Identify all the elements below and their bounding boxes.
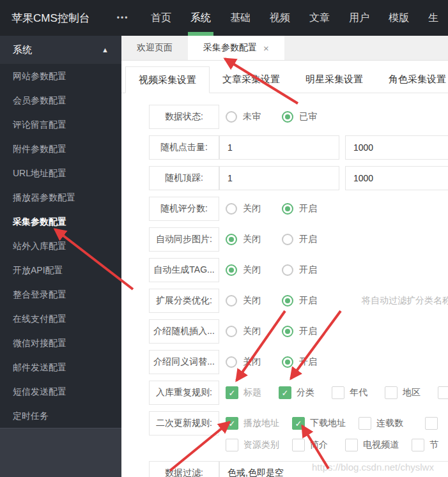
sidebar: 系统 ▲ 网站参数配置会员参数配置评论留言配置附件参数配置URL地址配置播放器参… — [0, 36, 121, 477]
radio-icon[interactable] — [226, 111, 237, 123]
tab-label: 采集参数配置 — [203, 42, 257, 54]
radio-icon[interactable] — [282, 264, 293, 276]
checkbox-option[interactable] — [438, 386, 448, 399]
radio-option[interactable]: 关闭 — [226, 234, 261, 245]
subtab[interactable]: 文章采集设置 — [210, 66, 293, 93]
radio-icon[interactable] — [282, 234, 293, 245]
nav-item[interactable]: 模版 — [379, 0, 419, 36]
nav-item[interactable]: 文章 — [300, 0, 339, 36]
sidebar-item[interactable]: 短信发送配置 — [0, 379, 121, 404]
radio-option-label: 关闭 — [243, 264, 261, 276]
radio-icon[interactable] — [226, 295, 237, 307]
checkbox-icon[interactable] — [438, 386, 448, 399]
subtab[interactable]: 明星采集设置 — [293, 66, 376, 93]
tab[interactable]: 欢迎页面 — [121, 36, 188, 60]
checkbox-icon[interactable] — [226, 439, 238, 451]
menu-dots-icon[interactable]: ••• — [111, 13, 135, 22]
sidebar-item[interactable]: 播放器参数配置 — [0, 185, 121, 209]
checkbox-option[interactable]: 节 — [412, 439, 438, 451]
radio-icon[interactable] — [282, 326, 293, 337]
radio-option-label: 开启 — [299, 295, 317, 307]
checkbox-icon[interactable] — [359, 417, 371, 430]
min-value-input[interactable]: 1 — [219, 166, 339, 190]
sidebar-item[interactable]: 评论留言配置 — [0, 112, 121, 137]
radio-option[interactable]: 开启 — [282, 326, 317, 337]
radio-option-label: 未审 — [243, 111, 261, 123]
sidebar-item[interactable]: 附件参数配置 — [0, 137, 121, 161]
sidebar-item[interactable]: URL地址配置 — [0, 161, 121, 185]
checkbox-option[interactable]: 标题 — [226, 386, 261, 399]
checkbox-option[interactable]: 电视频道 — [345, 439, 399, 451]
radio-icon[interactable] — [282, 203, 293, 215]
radio-icon[interactable] — [226, 234, 237, 245]
field-label: 随机评分数: — [149, 197, 219, 221]
checkbox-icon[interactable] — [412, 439, 424, 451]
form-row: 自动生成TAG...关闭开启 — [149, 258, 448, 282]
radio-icon[interactable] — [226, 326, 237, 337]
sidebar-item[interactable]: 整合登录配置 — [0, 282, 121, 307]
radio-option[interactable]: 已审 — [282, 111, 317, 123]
radio-group: 关闭开启 — [219, 258, 338, 282]
checkbox-option[interactable]: 年代 — [332, 386, 367, 399]
checkbox-icon[interactable] — [279, 386, 291, 399]
radio-option[interactable]: 关闭 — [226, 203, 261, 215]
sidebar-item[interactable]: 站外入库配置 — [0, 234, 121, 258]
sidebar-item[interactable]: 在线支付配置 — [0, 307, 121, 331]
subtab[interactable]: 角色采集设置 — [376, 66, 448, 93]
nav-item[interactable]: 系统 — [181, 0, 220, 36]
checkbox-icon[interactable] — [425, 417, 438, 430]
checkbox-option[interactable]: 播放地址 — [226, 417, 279, 430]
checkbox-icon[interactable] — [292, 439, 305, 451]
sidebar-item[interactable]: 微信对接配置 — [0, 331, 121, 355]
checkbox-icon[interactable] — [292, 417, 305, 430]
checkbox-icon[interactable] — [226, 417, 238, 430]
radio-icon[interactable] — [282, 295, 293, 307]
checkbox-option[interactable]: 资源类别 — [226, 439, 279, 451]
radio-option[interactable]: 关闭 — [226, 295, 261, 307]
radio-icon[interactable] — [282, 111, 293, 123]
checkbox-option[interactable]: 下载地址 — [292, 417, 346, 430]
checkbox-option[interactable] — [425, 417, 438, 430]
checkbox-label: 播放地址 — [243, 418, 279, 429]
checkbox-icon[interactable] — [332, 386, 344, 399]
checkbox-option[interactable]: 分类 — [279, 386, 314, 399]
checkbox-icon[interactable] — [385, 386, 398, 399]
sidebar-item[interactable]: 定时任务 — [0, 404, 121, 428]
checkbox-icon[interactable] — [226, 386, 238, 399]
nav-item[interactable]: 视频 — [260, 0, 300, 36]
radio-option[interactable]: 关闭 — [226, 264, 261, 276]
sidebar-item[interactable]: 邮件发送配置 — [0, 355, 121, 379]
max-value-input[interactable]: 1000 — [345, 166, 448, 190]
max-value-input[interactable]: 1000 — [345, 135, 448, 160]
nav-item[interactable]: 首页 — [141, 0, 181, 36]
tab-close-icon[interactable]: × — [263, 43, 269, 54]
checkbox-icon[interactable] — [345, 439, 358, 451]
radio-option[interactable]: 关闭 — [226, 356, 261, 368]
sidebar-item[interactable]: 会员参数配置 — [0, 88, 121, 112]
radio-option[interactable]: 未审 — [226, 111, 261, 123]
min-value-input[interactable]: 1 — [219, 135, 339, 160]
nav-item[interactable]: 用户 — [339, 0, 379, 36]
radio-icon[interactable] — [226, 264, 237, 276]
radio-option[interactable]: 开启 — [282, 203, 317, 215]
radio-icon[interactable] — [226, 356, 237, 368]
nav-item[interactable]: 基础 — [220, 0, 260, 36]
sidebar-item[interactable]: 采集参数配置 — [0, 209, 121, 234]
radio-option[interactable]: 关闭 — [226, 326, 261, 337]
radio-option[interactable]: 开启 — [282, 234, 317, 245]
radio-icon[interactable] — [226, 203, 237, 215]
radio-option[interactable]: 开启 — [282, 295, 317, 307]
radio-option[interactable]: 开启 — [282, 264, 317, 276]
tab[interactable]: 采集参数配置× — [188, 36, 284, 60]
sidebar-section-header[interactable]: 系统 ▲ — [0, 36, 121, 64]
checkbox-option[interactable]: 地区 — [385, 386, 421, 399]
sidebar-item[interactable]: 开放API配置 — [0, 258, 121, 282]
radio-option[interactable]: 开启 — [282, 356, 317, 368]
form-row: 介绍随机插入...关闭开启 — [149, 319, 448, 344]
subtab[interactable]: 视频采集设置 — [125, 66, 210, 93]
nav-item[interactable]: 生 — [419, 0, 448, 36]
checkbox-option[interactable]: 连载数 — [359, 417, 403, 430]
radio-icon[interactable] — [282, 356, 293, 368]
checkbox-option[interactable]: 简介 — [292, 439, 328, 451]
sidebar-item[interactable]: 网站参数配置 — [0, 64, 121, 88]
